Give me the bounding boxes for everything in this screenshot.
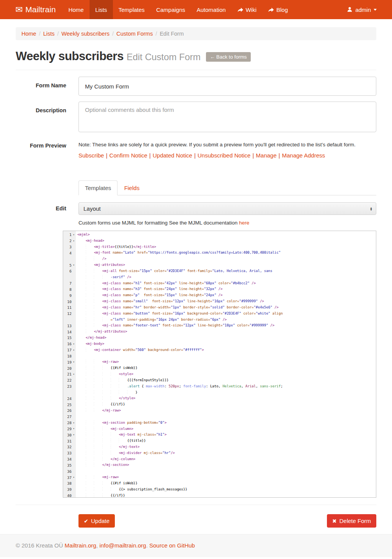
fold-icon[interactable]: ▾	[72, 264, 76, 267]
preview-link-unsubscribed-notice[interactable]: Unsubscribed Notice	[198, 152, 250, 159]
token: <mj-text	[119, 433, 135, 436]
indent	[77, 408, 86, 412]
description-textarea[interactable]	[78, 102, 376, 132]
fold-icon[interactable]: ▾	[72, 373, 76, 376]
indent	[111, 487, 119, 491]
code-editor[interactable]: 1▾2▾345▾678910111213141516▾17▾1819▾2021▾…	[63, 231, 376, 498]
form-preview-row: Form Preview Note: These links are solel…	[16, 142, 376, 159]
nav-item-home[interactable]: Home	[63, 0, 90, 19]
nav-item-wiki[interactable]: Wiki	[232, 0, 262, 19]
fold-icon[interactable]: ▾	[72, 239, 76, 243]
footer-link-mailtrain[interactable]: Mailtrain.org	[65, 542, 96, 549]
indent	[94, 269, 102, 273]
fold-icon[interactable]: ▾	[72, 421, 76, 425]
footer-link-github[interactable]: Source on GitHub	[149, 542, 195, 549]
gutter-line: 5▾	[63, 262, 76, 268]
line-number: 30	[67, 433, 72, 437]
token: ;	[179, 384, 183, 388]
description-row: Description	[16, 102, 376, 132]
code-line	[77, 414, 376, 420]
token: <mj-body>	[86, 342, 105, 346]
brand-link[interactable]: ✉ Mailtrain	[15, 0, 56, 19]
breadcrumb-link-home[interactable]: Home	[21, 31, 36, 37]
fold-icon[interactable]: ▾	[72, 476, 76, 479]
template-select[interactable]: Layout ▲▼	[78, 202, 376, 215]
indent	[94, 402, 102, 406]
code-line: />	[77, 256, 376, 262]
preview-link-subscribe[interactable]: Subscribe	[78, 152, 104, 159]
mjml-doc-link[interactable]: here	[239, 220, 249, 226]
nav-item-label: Home	[69, 7, 84, 13]
line-number: 6	[69, 269, 72, 273]
breadcrumb-link-lists[interactable]: Lists	[43, 31, 55, 37]
breadcrumb-link-custom-forms[interactable]: Custom Forms	[116, 31, 153, 37]
token: align	[272, 311, 283, 315]
line-number: 22	[67, 378, 72, 382]
token: font-size=	[162, 323, 183, 327]
form-name-input[interactable]	[78, 77, 376, 96]
fold-icon[interactable]: ▾	[72, 433, 76, 436]
fold-icon[interactable]: ▾	[72, 343, 76, 346]
back-to-forms-button[interactable]: ← Back to forms	[206, 52, 250, 62]
indent	[77, 451, 86, 455]
gutter-line: 32	[63, 444, 76, 450]
code-line: </mj-attributes>	[77, 329, 376, 335]
token: </mj-section>	[102, 463, 129, 467]
tab-templates[interactable]: Templates	[78, 180, 118, 195]
form-name-row: Form Name	[16, 77, 376, 96]
footer-link-email[interactable]: info@mailtrain.org	[100, 542, 146, 549]
fold-icon[interactable]: ▾	[72, 427, 76, 430]
line-number: 17	[67, 348, 72, 352]
nav-item-templates[interactable]: Templates	[113, 0, 150, 19]
indent	[77, 463, 86, 467]
breadcrumb-link-weekly-subscribers[interactable]: Weekly subscribers	[62, 31, 109, 37]
token: </style>	[119, 396, 135, 400]
token: "12px"	[173, 299, 185, 303]
indent	[111, 378, 119, 382]
indent	[94, 378, 102, 382]
gutter-line: 20	[63, 365, 76, 371]
nav-item-lists[interactable]: Lists	[90, 0, 113, 19]
code-line: </style>	[77, 395, 376, 402]
token: line-height=	[198, 323, 222, 327]
breadcrumb-separator: /	[55, 31, 62, 37]
form-actions: ✔Update ✖Delete Form	[78, 514, 376, 528]
preview-link-manage[interactable]: Manage	[256, 152, 276, 159]
code-line: <mj-all font-size="15px" color="#2D3E4F"…	[77, 268, 376, 274]
delete-form-button[interactable]: ✖Delete Form	[327, 514, 376, 528]
indent	[86, 378, 94, 382]
preview-link-manage-address[interactable]: Manage Address	[282, 152, 325, 159]
token: "footer-text"	[133, 323, 160, 327]
tab-fields[interactable]: Fields	[118, 180, 146, 195]
link-separator: |	[250, 152, 256, 159]
nav-item-automation[interactable]: Automation	[191, 0, 232, 19]
token: <mj-attributes>	[94, 263, 125, 267]
line-number: 14	[67, 330, 72, 334]
gutter-line: 15	[63, 335, 76, 341]
user-menu[interactable]: admin	[341, 0, 392, 19]
gutter-line: 7	[63, 280, 76, 287]
nav-item-label: Automation	[197, 7, 226, 13]
token: "Lato"	[123, 251, 136, 254]
indent	[111, 445, 119, 449]
indent	[77, 318, 86, 321]
fold-icon[interactable]: ▾	[72, 349, 76, 352]
code-line: <mj-head>	[77, 238, 376, 244]
update-button[interactable]: ✔Update	[78, 514, 115, 528]
indent	[86, 451, 94, 455]
fold-icon[interactable]: ▾	[72, 361, 76, 364]
link-separator: |	[147, 152, 153, 159]
preview-link-updated-notice[interactable]: Updated Notice	[153, 152, 192, 159]
nav-item-blog[interactable]: Blog	[262, 0, 294, 19]
token: : Lato,	[206, 384, 222, 388]
token: "#999999"	[250, 323, 268, 327]
token: "16px"	[173, 311, 185, 315]
fold-icon[interactable]: ▾	[72, 233, 76, 236]
code-line: <mjml>	[77, 232, 376, 238]
code-line: <mj-divider mj-class="hr"/>	[77, 450, 376, 456]
preview-link-confirm-notice[interactable]: Confirm Notice	[109, 152, 147, 159]
token: "p"	[133, 293, 139, 297]
gutter-line: 38	[63, 480, 76, 487]
nav-item-campaigns[interactable]: Campaigns	[150, 0, 191, 19]
code-lines[interactable]: <mjml> <mj-head> <mj-title>{{title}}</mj…	[76, 231, 376, 497]
